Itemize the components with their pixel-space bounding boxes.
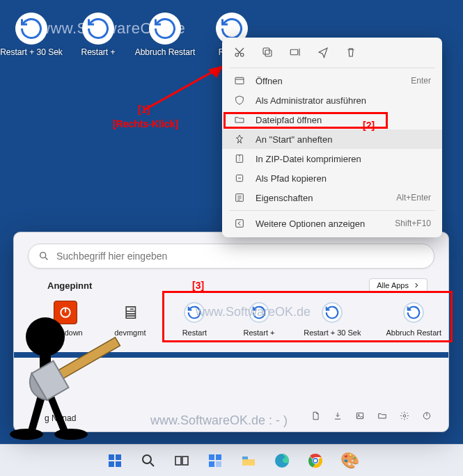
context-item-label: Als Pfad kopieren bbox=[256, 173, 327, 184]
taskbar: 🎨 bbox=[0, 444, 463, 476]
taskbar-start-button[interactable] bbox=[101, 447, 129, 475]
pinned-app-label: Restart + bbox=[244, 328, 275, 337]
context-item-zip[interactable]: In ZIP-Datei komprimieren bbox=[222, 149, 442, 168]
context-item-label: In ZIP-Datei komprimieren bbox=[256, 154, 361, 164]
svg-line-0 bbox=[144, 70, 217, 110]
context-shortcut: Enter bbox=[411, 76, 431, 86]
desktop-icon-label: Restart + 30 Sek bbox=[0, 47, 63, 57]
svg-point-12 bbox=[40, 253, 46, 258]
context-item-properties[interactable]: Eigenschaften Alt+Enter bbox=[222, 188, 442, 207]
taskbar-paint-button[interactable]: 🎨 bbox=[335, 447, 363, 475]
annotation-step2: [2] bbox=[363, 120, 375, 131]
pinned-title: Angepinnt bbox=[47, 280, 92, 291]
context-item-pin-to-start[interactable]: An "Start" anheften bbox=[222, 129, 442, 149]
context-item-label: Weitere Optionen anzeigen bbox=[256, 219, 365, 229]
svg-rect-30 bbox=[182, 457, 188, 465]
svg-rect-11 bbox=[236, 220, 244, 228]
taskbar-search-button[interactable] bbox=[134, 447, 162, 475]
pinned-app-label: Restart bbox=[182, 328, 207, 337]
svg-point-28 bbox=[143, 455, 151, 463]
pictures-icon[interactable] bbox=[352, 408, 368, 423]
svg-rect-31 bbox=[209, 454, 214, 460]
annotation-step1: [1] bbox=[138, 104, 150, 115]
taskbar-explorer-button[interactable] bbox=[235, 447, 262, 475]
svg-point-39 bbox=[313, 459, 317, 462]
context-iconbar bbox=[222, 42, 442, 65]
context-item-label: An "Start" anheften bbox=[256, 134, 332, 145]
context-shortcut: Shift+F10 bbox=[395, 219, 431, 228]
pin-icon bbox=[233, 133, 246, 145]
folder-icon[interactable] bbox=[375, 408, 390, 423]
context-item-admin[interactable]: Als Administrator ausführen bbox=[222, 90, 442, 110]
svg-rect-35 bbox=[242, 457, 248, 459]
downloads-icon[interactable] bbox=[330, 408, 345, 423]
restart-icon bbox=[82, 13, 114, 45]
all-apps-label: Alle Apps bbox=[377, 281, 409, 289]
svg-rect-29 bbox=[175, 457, 181, 465]
svg-marker-1 bbox=[208, 65, 223, 78]
desktop-icon-label: Abbruch Restart bbox=[135, 47, 196, 57]
context-item-label: Eigenschaften bbox=[256, 193, 313, 203]
svg-point-16 bbox=[403, 414, 406, 417]
search-icon bbox=[38, 251, 49, 262]
svg-point-3 bbox=[241, 54, 244, 57]
shield-icon bbox=[233, 94, 246, 106]
cut-icon[interactable] bbox=[233, 46, 246, 61]
svg-point-21 bbox=[54, 429, 88, 440]
all-apps-button[interactable]: Alle Apps bbox=[369, 278, 427, 292]
pinned-app-restartplus[interactable]: Restart + bbox=[240, 301, 279, 337]
pinned-app-restart30[interactable]: Restart + 30 Sek bbox=[304, 301, 361, 337]
mascot-icon bbox=[7, 309, 125, 448]
copy-icon[interactable] bbox=[261, 46, 274, 61]
restart-icon bbox=[15, 13, 47, 45]
context-shortcut: Alt+Enter bbox=[396, 193, 431, 203]
taskbar-edge-button[interactable] bbox=[268, 447, 296, 475]
svg-rect-7 bbox=[235, 77, 244, 84]
context-item-filepath[interactable]: Dateipfad öffnen bbox=[222, 110, 442, 129]
svg-rect-5 bbox=[263, 48, 269, 54]
context-item-label: Als Administrator ausführen bbox=[256, 95, 366, 106]
desktop-icon-abbruch[interactable]: Abbruch Restart bbox=[138, 13, 192, 57]
chevron-right-icon bbox=[413, 282, 420, 289]
svg-rect-24 bbox=[109, 454, 114, 460]
svg-rect-4 bbox=[265, 50, 272, 56]
pinned-app-label: Restart + 30 Sek bbox=[304, 328, 361, 337]
restart-icon bbox=[322, 302, 343, 323]
rename-icon[interactable] bbox=[289, 46, 301, 61]
taskbar-widgets-button[interactable] bbox=[201, 447, 229, 475]
desktop-icon-label: Restart + bbox=[81, 47, 115, 57]
desktop-icon-restartplus[interactable]: Restart + bbox=[71, 13, 125, 57]
context-item-more-options[interactable]: Weitere Optionen anzeigen Shift+F10 bbox=[222, 214, 442, 233]
share-icon[interactable] bbox=[317, 46, 329, 61]
svg-point-18 bbox=[26, 317, 65, 356]
documents-icon[interactable] bbox=[308, 408, 323, 423]
annotation-step3: [3] bbox=[192, 280, 204, 291]
svg-rect-34 bbox=[216, 461, 221, 467]
taskbar-chrome-button[interactable] bbox=[301, 447, 329, 475]
copy-path-icon bbox=[233, 172, 246, 184]
power-icon[interactable] bbox=[419, 408, 434, 423]
taskbar-taskview-button[interactable] bbox=[168, 447, 196, 475]
start-search-input[interactable] bbox=[56, 251, 424, 262]
divider bbox=[229, 210, 435, 211]
settings-icon[interactable] bbox=[397, 408, 412, 423]
folder-icon bbox=[233, 113, 246, 126]
restart-icon bbox=[249, 302, 269, 323]
palette-icon: 🎨 bbox=[340, 452, 357, 469]
desktop-icons-row: Restart + 30 Sek Restart + Abbruch Resta… bbox=[4, 13, 259, 57]
restart-icon bbox=[403, 302, 424, 323]
context-item-open[interactable]: Öffnen Enter bbox=[222, 71, 442, 90]
start-search-bar[interactable] bbox=[28, 244, 434, 269]
desktop-icon-restart30[interactable]: Restart + 30 Sek bbox=[4, 13, 58, 57]
svg-rect-25 bbox=[116, 454, 121, 460]
svg-rect-6 bbox=[290, 49, 298, 55]
restart-icon bbox=[149, 13, 181, 45]
context-item-copypath[interactable]: Als Pfad kopieren bbox=[222, 168, 442, 188]
pinned-app-restart[interactable]: Restart bbox=[175, 301, 214, 337]
svg-rect-14 bbox=[356, 413, 363, 418]
pinned-app-label: Abbruch Restart bbox=[386, 328, 441, 337]
properties-icon bbox=[233, 191, 246, 204]
restart-icon bbox=[184, 302, 205, 323]
pinned-app-abbruch[interactable]: Abbruch Restart bbox=[386, 301, 441, 337]
delete-icon[interactable] bbox=[345, 46, 357, 61]
